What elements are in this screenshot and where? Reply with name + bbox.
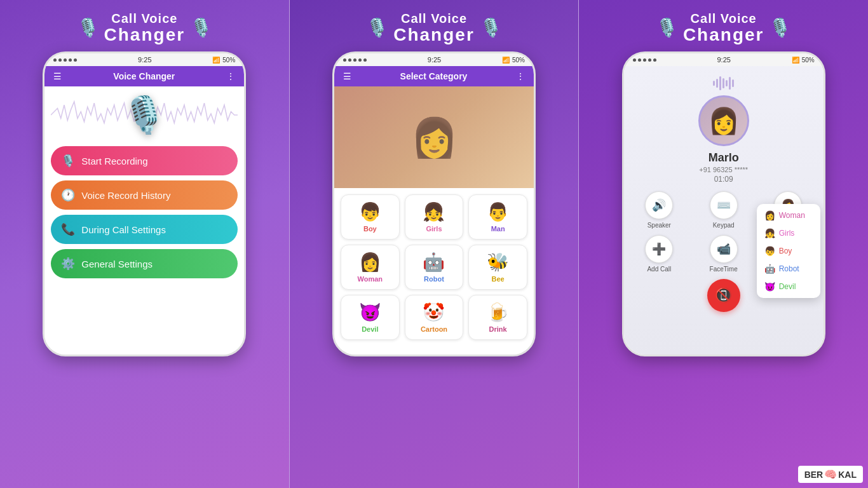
- more-options-icon-1[interactable]: ⋮: [226, 71, 235, 81]
- dropdown-woman-label: Woman: [779, 211, 805, 220]
- screen-3-content: 👩 Marlo +91 96325 ***** 01:09 🔊 Speaker …: [624, 66, 824, 355]
- category-item-man[interactable]: 👨 Man: [468, 194, 527, 240]
- add-call-button[interactable]: ➕ Add Call: [630, 235, 688, 273]
- battery-1: 50%: [222, 57, 235, 64]
- speaker-button[interactable]: 🔊 Speaker: [630, 191, 688, 229]
- category-person-icon: 👩: [410, 115, 458, 160]
- dropdown-woman-icon: 👩: [764, 210, 775, 220]
- status-time-2: 9:25: [428, 56, 441, 64]
- robot-label: Robot: [424, 275, 444, 283]
- category-item-woman[interactable]: 👩 Woman: [341, 245, 400, 290]
- dropdown-girls-label: Girls: [779, 229, 795, 238]
- category-item-cartoon[interactable]: 🤡 Cartoon: [405, 295, 464, 340]
- title-text-3: Call Voice Changer: [683, 11, 764, 44]
- dropdown-boy[interactable]: 👦 Boy: [757, 242, 820, 260]
- caller-avatar: 👩: [698, 95, 749, 146]
- status-right-1: 📶 50%: [212, 57, 235, 64]
- bee-label: Bee: [492, 275, 505, 283]
- dot-5: [74, 58, 77, 62]
- status-bar-1: 9:25 📶 50%: [44, 53, 244, 66]
- start-recording-icon: 🎙️: [61, 154, 75, 168]
- boy-icon: 👦: [359, 201, 381, 222]
- category-item-bee[interactable]: 🐝 Bee: [468, 245, 527, 290]
- wifi-icon-2: 📶: [502, 57, 510, 64]
- voice-dropdown: 👩 Woman 👧 Girls 👦 Boy: [757, 204, 820, 298]
- call-screen-bg: 👩 Marlo +91 96325 ***** 01:09 🔊 Speaker …: [624, 66, 824, 355]
- woman-label: Woman: [358, 275, 383, 283]
- panel-2: 🎙️ Call Voice Changer 🎙️ 9:25 📶 5: [289, 0, 580, 488]
- dropdown-devil-icon: 😈: [764, 281, 775, 292]
- category-item-robot[interactable]: 🤖 Robot: [405, 245, 464, 290]
- phone-mockup-2: 9:25 📶 50% ☰ Select Category ⋮ 👩: [332, 51, 536, 356]
- category-item-devil[interactable]: 😈 Devil: [341, 295, 400, 340]
- menu-buttons: 🎙️ Start Recording 🕐 Voice Record Histor…: [51, 146, 238, 278]
- change-voice-button[interactable]: 👩 Chang... 👩 Woman 👧 Girls: [759, 191, 817, 229]
- nav-bar-1: ☰ Voice Changer ⋮: [44, 66, 244, 86]
- app-title-3: 🎙️ Call Voice Changer 🎙️: [656, 11, 792, 44]
- status-dots-3: [633, 58, 656, 62]
- watermark-brain-icon: 🧠: [824, 468, 837, 480]
- facetime-label: FaceTime: [710, 266, 738, 273]
- start-recording-label: Start Recording: [81, 156, 147, 166]
- battery-2: 50%: [512, 57, 525, 64]
- general-settings-icon: ⚙️: [61, 257, 75, 271]
- category-item-drink[interactable]: 🍺 Drink: [468, 295, 527, 340]
- dropdown-girls[interactable]: 👧 Girls: [757, 224, 820, 242]
- end-call-button[interactable]: 📵: [707, 279, 740, 312]
- title-call-1: Call Voice: [111, 11, 177, 26]
- call-duration: 01:09: [714, 175, 733, 184]
- mic-left-icon-3: 🎙️: [656, 17, 678, 38]
- drink-label: Drink: [489, 325, 507, 333]
- mic-right-icon-1: 🎙️: [190, 17, 212, 38]
- voice-history-label: Voice Record History: [81, 190, 170, 201]
- category-banner-image: 👩: [334, 86, 534, 188]
- start-recording-button[interactable]: 🎙️ Start Recording: [51, 146, 238, 175]
- voice-history-button[interactable]: 🕐 Voice Record History: [51, 180, 238, 210]
- drink-icon: 🍺: [487, 302, 509, 323]
- panel-1: 🎙️ Call Voice Changer 🎙️ 9:25 📶 5: [0, 0, 289, 488]
- boy-label: Boy: [363, 225, 377, 233]
- dropdown-robot[interactable]: 🤖 Robot: [757, 260, 820, 278]
- phone-mockup-1: 9:25 📶 50% ☰ Voice Changer ⋮ 🎙️: [43, 51, 246, 356]
- category-item-boy[interactable]: 👦 Boy: [341, 194, 400, 240]
- dropdown-girls-icon: 👧: [764, 228, 775, 238]
- category-item-girls[interactable]: 👧 Girls: [405, 194, 464, 240]
- more-options-icon-2[interactable]: ⋮: [516, 71, 525, 81]
- call-settings-button[interactable]: 📞 During Call Settings: [51, 215, 238, 244]
- woman-icon: 👩: [359, 252, 381, 273]
- nav-title-1: Voice Changer: [113, 71, 175, 81]
- dropdown-boy-icon: 👦: [764, 246, 775, 256]
- panel-3: 🎙️ Call Voice Changer 🎙️ 9:25 📶 5: [579, 0, 868, 488]
- dot-4: [69, 58, 72, 62]
- dropdown-robot-icon: 🤖: [764, 264, 775, 274]
- mic-right-icon-3: 🎙️: [769, 17, 791, 38]
- call-settings-icon: 📞: [61, 222, 75, 236]
- nav-bar-2: ☰ Select Category ⋮: [334, 66, 534, 86]
- screen-1-content: 🎙️ 🎙️ Start Recording 🕐 Voice Record His…: [44, 86, 244, 355]
- dropdown-devil[interactable]: 😈 Devil: [757, 278, 820, 295]
- girls-label: Girls: [426, 225, 442, 233]
- mic-left-icon-1: 🎙️: [77, 17, 99, 38]
- general-settings-button[interactable]: ⚙️ General Settings: [51, 249, 238, 278]
- screen-2-content: 👩 👦 Boy 👧 Girls 👨 Man: [334, 86, 534, 355]
- add-call-icon-circle: ➕: [645, 235, 673, 263]
- hamburger-icon-2[interactable]: ☰: [343, 71, 351, 81]
- keypad-button[interactable]: ⌨️ Keypad: [695, 191, 752, 229]
- watermark-text: BER: [804, 470, 824, 480]
- robot-icon: 🤖: [423, 252, 445, 273]
- hamburger-icon-1[interactable]: ☰: [53, 71, 62, 81]
- devil-label: Devil: [362, 325, 378, 333]
- call-settings-label: During Call Settings: [81, 224, 166, 235]
- title-call-3: Call Voice: [691, 11, 757, 26]
- voice-history-icon: 🕐: [61, 188, 75, 202]
- facetime-button[interactable]: 📹 FaceTime: [695, 235, 752, 273]
- caller-number: +91 96325 *****: [699, 166, 748, 173]
- dropdown-woman[interactable]: 👩 Woman: [757, 207, 820, 224]
- man-icon: 👨: [487, 201, 509, 222]
- wifi-icon-3: 📶: [792, 57, 799, 64]
- bee-icon: 🐝: [487, 252, 509, 273]
- battery-3: 50%: [802, 57, 815, 64]
- dropdown-devil-label: Devil: [779, 282, 796, 291]
- watermark-suffix: KAL: [838, 470, 857, 480]
- cartoon-label: Cartoon: [421, 325, 447, 333]
